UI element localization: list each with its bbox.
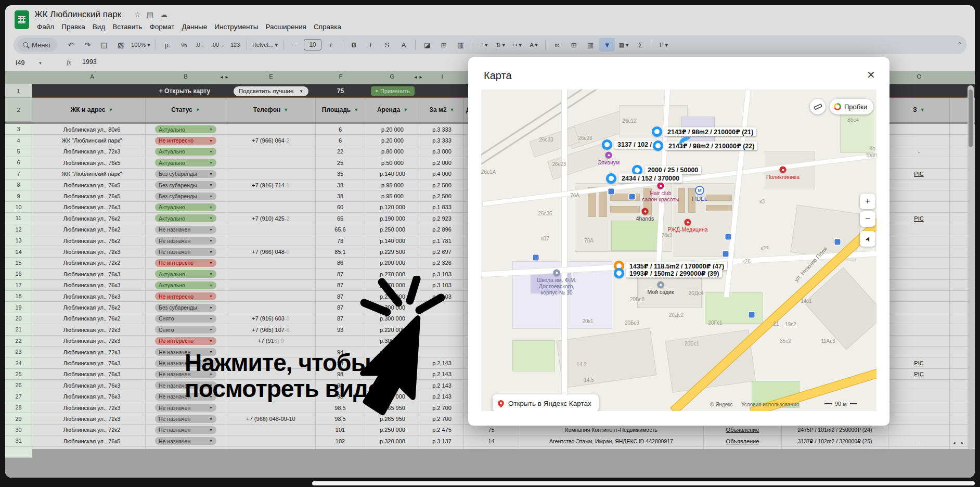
status-dropdown[interactable]: Не интересно▼ — [155, 292, 216, 300]
strikethrough-icon[interactable]: S — [379, 38, 395, 52]
menu-6[interactable]: Данные — [178, 22, 211, 32]
currency-format-icon[interactable]: р. — [160, 38, 175, 52]
row-number[interactable]: 24 — [5, 357, 32, 368]
menu-5[interactable]: Формат — [146, 22, 178, 32]
status-dropdown[interactable]: Актуально▼ — [155, 203, 216, 211]
status-dropdown[interactable]: Не назначен▼ — [155, 437, 216, 445]
font-size-input[interactable]: 10 — [304, 39, 321, 50]
font-size-increase-icon[interactable]: + — [323, 38, 338, 52]
move-folder-icon[interactable]: ▤ — [147, 10, 153, 19]
decrease-decimals-icon[interactable]: .0← — [193, 38, 209, 52]
italic-icon[interactable]: I — [363, 38, 378, 52]
number-format-icon[interactable]: 123 — [227, 38, 243, 52]
filter-icon[interactable]: ▼ — [196, 108, 200, 112]
row-number[interactable]: 20 — [5, 313, 32, 324]
row-number[interactable]: 13 — [5, 235, 32, 246]
row-number[interactable]: 30 — [5, 425, 32, 435]
text-wrap-icon[interactable]: ↦ ▾ — [509, 38, 525, 52]
formula-input[interactable]: 1993 — [82, 58, 97, 66]
row-number[interactable]: 10 — [5, 202, 32, 213]
row-number[interactable]: 8 — [5, 180, 32, 190]
row-number[interactable]: 19 — [5, 302, 32, 313]
menu-4[interactable]: Вставить — [109, 22, 146, 32]
functions-icon[interactable]: Σ — [633, 38, 648, 52]
pic-link[interactable]: PIC — [914, 360, 923, 366]
map-marker[interactable] — [653, 140, 663, 151]
filter-icon[interactable]: ▼ — [283, 108, 288, 112]
map-marker[interactable] — [606, 173, 616, 184]
bold-icon[interactable]: B — [346, 38, 362, 52]
row-number[interactable]: 11 — [5, 213, 32, 224]
map-terms-link[interactable]: Условия использования — [741, 402, 799, 407]
filter-icon[interactable]: ▼ — [403, 108, 408, 112]
row-number[interactable]: 6 — [5, 157, 32, 168]
row-number[interactable]: 27 — [5, 391, 32, 402]
row-number[interactable]: 4 — [5, 135, 32, 146]
status-dropdown[interactable]: Актуально▼ — [155, 125, 216, 133]
undo-icon[interactable]: ↶ — [63, 38, 79, 52]
menu-3[interactable]: Вид — [89, 22, 109, 32]
map-marker-label[interactable]: 2434 / 152 / 370000 — [618, 174, 682, 183]
highlight-best-dropdown[interactable]: Подсветить лучшие▼ — [234, 86, 308, 96]
yandex-map[interactable]: 26с3326с2626с2326с1274А86с486с26с1А26с35… — [481, 89, 876, 411]
filter-icon[interactable]: ▼ — [354, 108, 358, 112]
text-rotate-icon[interactable]: A ▾ — [526, 38, 541, 52]
video-progress-bar[interactable] — [312, 481, 975, 485]
row-number[interactable]: 23 — [5, 347, 32, 357]
status-dropdown[interactable]: Без субаренды▼ — [155, 193, 216, 200]
column-header-I[interactable]: I — [441, 73, 443, 80]
zoom-in-button[interactable]: + — [860, 194, 875, 209]
status-dropdown[interactable]: Актуально▼ — [155, 281, 216, 289]
ruble-toggle[interactable]: Р ▾ — [656, 38, 672, 52]
geolocate-button[interactable]: ➤ — [860, 231, 875, 247]
status-dropdown[interactable]: Не назначен▼ — [155, 237, 216, 245]
pic-link[interactable]: PIC — [914, 371, 923, 377]
collapse-toolbar-icon[interactable]: ⌃ — [957, 41, 962, 48]
map-marker-label[interactable]: 2000 / 25 / 50000 — [644, 166, 701, 174]
row-number[interactable]: 14 — [5, 246, 32, 257]
vertical-align-icon[interactable]: ⇅ ▾ — [493, 38, 508, 52]
redo-icon[interactable]: ↷ — [80, 38, 95, 52]
header-address[interactable]: ЖК и адрес▼ — [38, 98, 146, 122]
status-dropdown[interactable]: Без субаренды▼ — [155, 170, 216, 178]
toolbar-search-menu[interactable]: Меню — [18, 38, 57, 52]
header-o[interactable]: З▼ — [888, 98, 950, 122]
hidden-col-h-right-icon[interactable]: ► — [419, 75, 423, 80]
header-rent[interactable]: Аренда▼ — [365, 98, 420, 122]
open-in-yandex-button[interactable]: Открыть в Яндекс Картах — [493, 394, 599, 411]
filter-icon[interactable]: ▼ — [920, 108, 925, 112]
pic-link[interactable]: PIC — [914, 215, 923, 222]
ad-link[interactable]: Объявление — [726, 438, 759, 444]
insert-link-icon[interactable]: ∞ — [549, 38, 565, 52]
fill-color-icon[interactable]: ◪ — [419, 38, 435, 52]
hidden-cols-cd-right-icon[interactable]: ► — [225, 75, 229, 80]
menu-9[interactable]: Справка — [310, 22, 345, 32]
row-number[interactable]: 18 — [5, 291, 32, 302]
open-map-button[interactable]: + Открыть карту — [159, 87, 210, 95]
menu-8[interactable]: Расширения — [262, 22, 310, 32]
merge-cells-icon[interactable]: ▦ — [453, 38, 468, 52]
horizontal-align-icon[interactable]: ≡ ▾ — [476, 38, 492, 52]
status-dropdown[interactable]: Без субаренды▼ — [155, 304, 216, 312]
row-number[interactable]: 25 — [5, 369, 32, 380]
status-dropdown[interactable]: Не назначен▼ — [155, 226, 216, 234]
status-dropdown[interactable]: Не интересно▼ — [155, 137, 216, 145]
increase-decimals-icon[interactable]: .00→ — [210, 38, 226, 52]
menu-2[interactable]: Правка — [58, 22, 89, 32]
hidden-cols-cd-left-icon[interactable]: ◄ — [220, 75, 224, 80]
hidden-col-h-left-icon[interactable]: ◄ — [414, 75, 418, 80]
map-marker-label[interactable]: 1993₽ / 150m2 / 299000₽ (39) — [626, 269, 722, 278]
status-dropdown[interactable]: Не назначен▼ — [155, 426, 216, 434]
font-select[interactable]: Helvet... ▾ — [251, 38, 279, 52]
text-color-icon[interactable]: A — [396, 38, 411, 52]
insert-comment-icon[interactable]: ⊞ — [566, 38, 582, 52]
column-header-B[interactable]: B — [184, 73, 188, 80]
row-number[interactable]: 12 — [5, 224, 32, 235]
ruler-tool-button[interactable] — [810, 99, 826, 114]
header-area[interactable]: Площадь▼ — [316, 98, 365, 122]
menu-7[interactable]: Инструменты — [211, 22, 262, 32]
row-number[interactable]: 26 — [5, 380, 32, 391]
status-dropdown[interactable]: Не назначен▼ — [155, 415, 216, 423]
zoom-out-button[interactable]: − — [860, 211, 875, 227]
header-status[interactable]: Статус▼ — [146, 98, 226, 122]
